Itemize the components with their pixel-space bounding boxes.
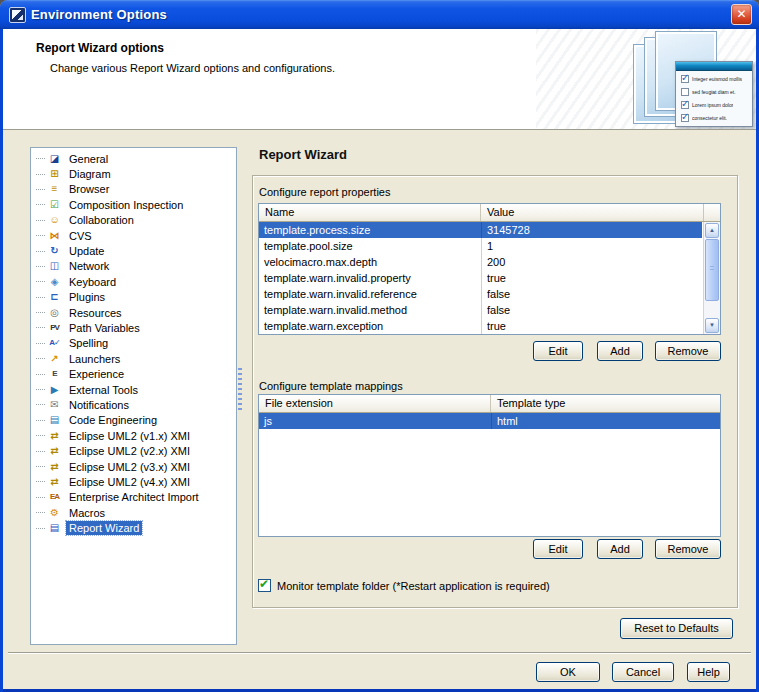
checklist-item: sed feugiat diam et.: [681, 87, 748, 97]
sidebar-item-label: General: [66, 152, 111, 166]
tree-connector: [36, 466, 45, 467]
cancel-button[interactable]: Cancel: [612, 662, 674, 682]
sidebar-item-experience[interactable]: EExperience: [31, 366, 236, 381]
property-row[interactable]: template.process.size3145728: [259, 222, 702, 238]
tree-connector: [36, 220, 45, 221]
external-tools-icon: ▶: [47, 383, 62, 397]
sidebar-item-macros[interactable]: ⚙Macros: [31, 505, 236, 520]
properties-remove-button[interactable]: Remove: [655, 341, 721, 361]
column-header-name[interactable]: Name: [259, 204, 481, 221]
sidebar-item-launchers[interactable]: ↗Launchers: [31, 351, 236, 366]
property-row[interactable]: template.warn.invalid.methodfalse: [259, 302, 702, 318]
property-row[interactable]: template.warn.invalid.referencefalse: [259, 286, 702, 302]
sidebar-item-diagram[interactable]: ⊞Diagram: [31, 166, 236, 181]
properties-scrollbar[interactable]: ▲ ▼: [703, 222, 720, 334]
checked-checkbox-icon: [681, 114, 689, 122]
sidebar-item-keyboard[interactable]: ◈Keyboard: [31, 274, 236, 289]
monitor-template-folder-checkbox[interactable]: ✔: [258, 579, 271, 592]
checked-checkbox-icon: [681, 101, 689, 109]
column-header-template-type[interactable]: Template type: [491, 395, 720, 412]
sidebar-item-eclipse-uml2-v4-x-xmi[interactable]: ⇄Eclipse UML2 (v4.x) XMI: [31, 474, 236, 489]
sidebar-item-collaboration[interactable]: ☺Collaboration: [31, 213, 236, 228]
spelling-icon: A✓: [47, 336, 62, 350]
mapping-row[interactable]: jshtml: [259, 413, 720, 429]
sidebar-item-label: Update: [66, 244, 107, 258]
title-bar[interactable]: Environment Options ✕: [0, 0, 759, 29]
cell-name: velocimacro.max.depth: [259, 254, 481, 270]
sidebar-item-label: Notifications: [66, 398, 132, 412]
tree-connector: [36, 451, 45, 452]
sidebar-item-label: Plugins: [66, 290, 108, 304]
tree-connector: [36, 512, 45, 513]
sidebar-item-label: Experience: [66, 367, 127, 381]
code-engineering-icon: ▤: [47, 413, 62, 427]
mappings-remove-button[interactable]: Remove: [655, 539, 721, 559]
template-mappings-table: File extension Template type jshtml: [258, 394, 721, 537]
sidebar-item-external-tools[interactable]: ▶External Tools: [31, 382, 236, 397]
eclipse-uml2-v4-icon: ⇄: [47, 475, 62, 489]
sidebar-item-spelling[interactable]: A✓Spelling: [31, 336, 236, 351]
property-row[interactable]: template.warn.exceptiontrue: [259, 318, 702, 334]
sidebar-item-browser[interactable]: ≡Browser: [31, 182, 236, 197]
scrollbar-thumb[interactable]: [705, 239, 719, 301]
tree-connector: [36, 435, 45, 436]
report-properties-table: Name Value template.process.size3145728t…: [258, 203, 721, 335]
sidebar-item-network[interactable]: ◫Network: [31, 259, 236, 274]
cell-value: 3145728: [481, 222, 702, 238]
mappings-add-button[interactable]: Add: [597, 539, 643, 559]
properties-add-button[interactable]: Add: [597, 341, 643, 361]
close-icon[interactable]: ✕: [731, 4, 752, 25]
cell-name: template.warn.exception: [259, 318, 481, 334]
browser-icon: ≡: [47, 182, 62, 196]
mappings-edit-button[interactable]: Edit: [533, 539, 583, 559]
reset-to-defaults-button[interactable]: Reset to Defaults: [620, 618, 733, 639]
tree-connector: [36, 481, 45, 482]
property-row[interactable]: template.pool.size1: [259, 238, 702, 254]
sidebar-item-update[interactable]: ↻Update: [31, 243, 236, 258]
notifications-icon: ✉: [47, 398, 62, 412]
sidebar-item-eclipse-uml2-v1-x-xmi[interactable]: ⇄Eclipse UML2 (v1.x) XMI: [31, 428, 236, 443]
column-header-file-extension[interactable]: File extension: [259, 395, 491, 412]
properties-table-header[interactable]: Name Value: [259, 204, 720, 222]
sidebar-item-notifications[interactable]: ✉Notifications: [31, 397, 236, 412]
sidebar-item-general[interactable]: ◪General: [31, 151, 236, 166]
sidebar-item-resources[interactable]: ◎Resources: [31, 305, 236, 320]
sidebar-item-report-wizard[interactable]: ▤Report Wizard: [31, 520, 236, 535]
ok-button[interactable]: OK: [536, 662, 600, 682]
property-row[interactable]: velocimacro.max.depth200: [259, 254, 702, 270]
sidebar-item-label: Browser: [66, 182, 112, 196]
sidebar-item-enterprise-architect-import[interactable]: EAEnterprise Architect Import: [31, 490, 236, 505]
tree-connector: [36, 312, 45, 313]
sidebar-item-path-variables[interactable]: PVPath Variables: [31, 320, 236, 335]
sidebar-item-label: External Tools: [66, 383, 141, 397]
tree-connector: [36, 235, 45, 236]
scroll-down-icon[interactable]: ▼: [705, 318, 719, 333]
property-row[interactable]: template.warn.invalid.propertytrue: [259, 270, 702, 286]
sidebar-item-plugins[interactable]: ⊏Plugins: [31, 290, 236, 305]
splitter-handle[interactable]: [238, 368, 242, 413]
launchers-icon: ↗: [47, 352, 62, 366]
sidebar-item-eclipse-uml2-v3-x-xmi[interactable]: ⇄Eclipse UML2 (v3.x) XMI: [31, 459, 236, 474]
collaboration-icon: ☺: [47, 213, 62, 227]
cell-name: template.warn.invalid.property: [259, 270, 481, 286]
sidebar-item-cvs[interactable]: ⋈CVS: [31, 228, 236, 243]
tree-connector: [36, 297, 45, 298]
checklist-item-label: Integer euismod mollis: [692, 76, 742, 82]
header-banner: Integer euismod mollissed feugiat diam e…: [3, 29, 756, 130]
sidebar-item-eclipse-uml2-v2-x-xmi[interactable]: ⇄Eclipse UML2 (v2.x) XMI: [31, 443, 236, 458]
column-header-value[interactable]: Value: [481, 204, 704, 221]
cell-name: template.warn.invalid.method: [259, 302, 481, 318]
monitor-template-folder-label: Monitor template folder (*Restart applic…: [277, 580, 550, 592]
properties-edit-button[interactable]: Edit: [533, 341, 583, 361]
checklist-item: Lorem ipsum dolor: [681, 100, 748, 110]
sidebar-item-composition-inspection[interactable]: ☑Composition Inspection: [31, 197, 236, 212]
sidebar-item-code-engineering[interactable]: ▤Code Engineering: [31, 413, 236, 428]
mappings-table-header[interactable]: File extension Template type: [259, 395, 720, 413]
diagram-icon: ⊞: [47, 167, 62, 181]
network-icon: ◫: [47, 259, 62, 273]
cell-value: false: [481, 286, 702, 302]
scroll-up-icon[interactable]: ▲: [705, 223, 719, 238]
help-button[interactable]: Help: [687, 662, 730, 682]
sidebar-item-label: Diagram: [66, 167, 114, 181]
sidebar-item-label: Launchers: [66, 352, 123, 366]
